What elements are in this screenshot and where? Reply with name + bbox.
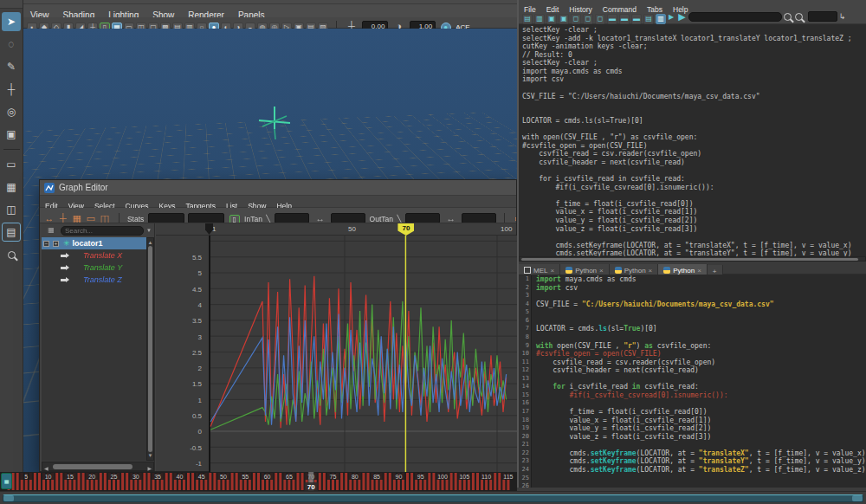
code-line[interactable] [536,475,866,483]
outliner-item-translate-y[interactable]: Translate Y [42,262,146,274]
code-line[interactable]: with open(CSV_FILE , "r") as csvfile_ope… [536,342,866,351]
code-line[interactable]: #if(i_csvfile_csvread[0].isnumeric()): [536,391,866,400]
script-output-pane[interactable]: selectKey -clear ;selectKey -add -k loca… [519,24,866,256]
retime-keys-icon[interactable]: ◫ [99,213,111,223]
layout-four-pane[interactable]: ▦ [2,178,21,197]
script-input-pane[interactable]: 1234567891011121314151617181920212223242… [519,275,866,488]
expand-icon[interactable]: + [53,241,59,247]
outtan-weight-field[interactable] [462,213,496,223]
script-search-input[interactable] [688,12,782,22]
code-line[interactable]: cmds.setKeyframe(LOCATOR, at = "translat… [536,457,866,466]
layout-two-pane[interactable]: ◫ [2,200,21,219]
outtan-spline-icon[interactable]: ╲ [397,215,401,223]
code-line[interactable]: LOCATOR = cmds.ls(sl=True)[0] [536,325,866,333]
code-line[interactable]: for i_csvfile_read in csvfile_read: [536,383,866,391]
code-line[interactable]: cmds.setKeyframe(LOCATOR, at = "translat… [536,449,866,458]
current-time-flag[interactable]: 70 [397,223,414,236]
toolbox-grip[interactable] [0,0,23,9]
code-line[interactable] [536,333,866,342]
line-numbers-icon[interactable]: ▬ [631,14,642,24]
clear-output-icon[interactable]: ◻ [583,14,593,24]
code-line[interactable]: #csvfile_open = open(CSV_FILE) [536,350,866,359]
move-nearest-key-icon[interactable]: ↔ [43,213,55,223]
collapse-icon[interactable]: − [43,241,49,247]
execute-all-icon[interactable]: ▶ [678,11,685,23]
outliner-item-translate-z[interactable]: Translate Z [42,274,146,286]
paint-select-tool[interactable]: ✎ [2,57,21,76]
auto-load-graph-icon[interactable]: ▯ [229,215,240,223]
code-line[interactable]: import csv [536,284,866,293]
close-tab-icon[interactable]: × [550,267,554,275]
outliner-item-translate-x[interactable]: Translate X [42,249,146,262]
outliner-hscrollbar[interactable]: ◀ ▶ [42,462,154,471]
quick-help-field[interactable] [808,11,837,22]
execute-line-icon[interactable]: ▶ [669,13,674,21]
range-handle-right[interactable] [852,495,863,501]
line-wrap-icon[interactable]: ↳ [839,12,846,21]
code-line[interactable]: CSV_FILE = "C:/Users/haiuchi/Documents/m… [536,300,866,309]
insert-keys-icon[interactable]: ┼ [57,213,69,223]
code-line[interactable] [536,399,866,408]
script-code-area[interactable]: import maya.cmds as cmdsimport csvCSV_FI… [536,275,866,488]
search-down-icon[interactable] [784,13,792,21]
outtan-field[interactable] [405,213,440,223]
range-handle-left[interactable] [3,495,14,501]
object-path-completion-icon[interactable]: ▥ [656,14,666,24]
lasso-select-tool[interactable]: ◌ [2,35,21,54]
search-up-icon[interactable] [795,13,803,21]
code-line[interactable]: f_time = float(i_csvfile_read[0]) [536,408,866,417]
close-tab-icon[interactable]: × [649,267,653,275]
frame-all-icon[interactable]: ▭ [513,213,516,223]
select-tool[interactable]: ➤ [2,12,21,31]
close-tab-icon[interactable]: × [599,267,604,275]
outliner-search-input[interactable] [61,226,144,236]
outliner-item-locator1[interactable]: −+✳locator1 [42,237,146,249]
code-line[interactable] [536,375,866,384]
code-line[interactable]: csvfile_header = next(csvfile_read) [536,366,866,375]
layout-single-pane[interactable]: ▭ [2,155,21,174]
search-dropdown-icon[interactable]: ▼ [146,228,152,233]
stats-value-field[interactable] [188,213,224,223]
save-script-icon[interactable]: ▣ [546,14,557,24]
code-line[interactable] [536,308,866,317]
graph-editor-titlebar[interactable]: Graph Editor [40,180,516,196]
time-ruler[interactable]: 15010070 [156,223,516,236]
time-slider[interactable]: 5101520253035404550556065707580859095100… [0,472,517,491]
clear-all-icon[interactable]: ◻ [595,14,605,24]
code-line[interactable]: csvfile_read = csv.reader(csvfile_open) [536,359,866,367]
code-line[interactable]: cmds.setKeyframe(LOCATOR, at = "translat… [536,466,866,475]
command-completion-icon[interactable]: ▤ [643,14,654,24]
intan-field[interactable] [275,213,309,223]
scroll-down-icon[interactable]: ▼ [147,451,153,460]
region-keys-icon[interactable]: ▭ [85,213,97,223]
open-script-icon[interactable]: ▤ [522,14,533,24]
layout-persp-outliner[interactable]: ▤ [2,223,21,242]
non-weighted-tangent-icon[interactable]: ↔ [314,213,326,223]
code-line[interactable] [536,317,866,326]
weighted-tangent-icon[interactable]: ↔ [445,213,457,223]
curve-plot[interactable] [209,236,517,473]
code-line[interactable]: value_z = float(i_csvfile_read[3]) [536,433,866,442]
clear-input-icon[interactable]: ◻ [571,14,581,24]
anim-layer-icon[interactable]: ▦ [1,473,12,489]
locator-crosshair[interactable] [255,103,294,143]
outliner-vscrollbar[interactable]: ▲ ▼ [146,237,154,461]
scale-tool[interactable]: ▣ [2,125,21,144]
save-script-as-icon[interactable]: ▣ [559,14,569,24]
filter-icon[interactable]: ▦ [45,225,57,236]
intan-spline-icon[interactable]: ╲ [266,215,270,223]
lattice-deform-keys-icon[interactable]: ▦ [71,213,83,223]
range-start-flag[interactable] [205,223,213,235]
range-slider-bar[interactable] [3,494,863,502]
intan-weight-field[interactable] [331,213,365,223]
close-tab-icon[interactable]: × [697,267,701,275]
code-line[interactable]: value_x = float(i_csvfile_read[1]) [536,417,866,425]
suppress-output-icon[interactable]: ▬ [619,14,630,24]
code-line[interactable] [536,441,866,449]
rotate-tool[interactable]: ◎ [2,102,21,121]
code-line[interactable]: value_y = float(i_csvfile_read[2]) [536,424,866,433]
echo-all-commands-icon[interactable]: ▬ [607,14,617,24]
code-line[interactable] [536,292,866,300]
code-line[interactable]: import maya.cmds as cmds [536,275,866,284]
open-add-script-icon[interactable]: ▥ [534,14,545,24]
